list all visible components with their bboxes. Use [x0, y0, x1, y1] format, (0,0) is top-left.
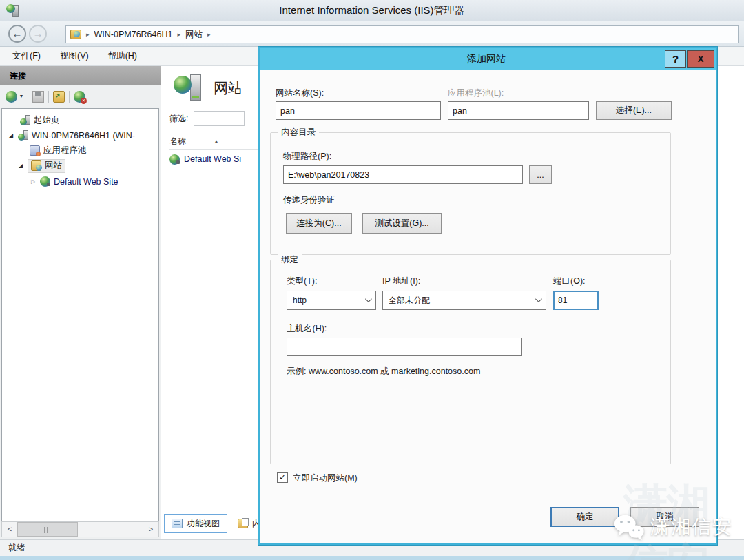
back-button[interactable]: ← [8, 25, 26, 43]
navigation-bar: ← → ▸ WIN-0PM76R646H1 ▸ 网站 ▸ [0, 21, 744, 47]
tree-item-default-web-site[interactable]: ▷ Default Web Site [30, 174, 118, 189]
test-settings-button[interactable]: 测试设置(G)... [362, 213, 442, 234]
connections-panel: 连接 起始页 ◢ WIN-0PM76R646H1 (WIN- 应用程序池 [0, 66, 161, 539]
menu-help[interactable]: 帮助(H) [108, 50, 137, 62]
scrollbar-track[interactable] [78, 522, 143, 537]
content-directory-group: 内容目录 物理路径(P): ... 传递身份验证 连接为(C)... 测试设置(… [270, 132, 671, 255]
web-site-icon [169, 154, 180, 165]
tree-item-sites[interactable]: ◢ 网站 [17, 158, 65, 173]
content-view-icon [238, 519, 248, 528]
expander-open-icon[interactable]: ◢ [17, 163, 24, 169]
text-caret [568, 295, 568, 306]
column-name-label: 名称 [169, 136, 186, 147]
site-name-input[interactable] [276, 101, 441, 120]
physical-path-input[interactable] [283, 165, 523, 184]
add-website-dialog: 添加网站 ? X 网站名称(S): 应用程序池(L): 选择(E)... 内容目… [258, 47, 717, 545]
type-label: 类型(T): [287, 276, 317, 287]
forward-arrow-icon: → [33, 28, 43, 39]
toolbar-separator [48, 91, 49, 103]
binding-group: 绑定 类型(T): IP 地址(I): 端口(O): http 全部未分配 81… [270, 260, 671, 464]
ok-button[interactable]: 确定 [550, 507, 619, 527]
group-title: 绑定 [278, 254, 302, 266]
port-input[interactable]: 81 [553, 291, 599, 310]
chevron-down-icon [365, 295, 372, 302]
connect-server-icon[interactable] [6, 91, 17, 103]
port-value: 81 [558, 295, 567, 305]
tree-item-label: WIN-0PM76R646H1 (WIN- [32, 131, 135, 141]
breadcrumb-sites[interactable]: 网站 [185, 29, 203, 41]
disconnect-icon[interactable] [74, 91, 85, 103]
app-pools-icon [30, 145, 40, 156]
start-page-icon [20, 115, 30, 125]
connect-as-button[interactable]: 连接为(C)... [286, 213, 352, 234]
tree-item-app-pools[interactable]: 应用程序池 [30, 143, 87, 158]
breadcrumb-server[interactable]: WIN-0PM76R646H1 [94, 30, 173, 39]
content-title-row: 网站 [174, 73, 242, 103]
sites-folder-icon [31, 160, 41, 171]
save-connections-icon[interactable] [32, 91, 44, 103]
type-dropdown[interactable]: http [287, 291, 376, 310]
breadcrumb-arrow-icon: ▸ [177, 31, 180, 38]
status-text: 就绪 [8, 543, 25, 552]
start-website-checkbox[interactable]: ✓ [277, 472, 288, 483]
passthrough-auth-label: 传递身份验证 [283, 194, 335, 206]
browse-button[interactable]: ... [529, 165, 552, 184]
window-titlebar: Internet Information Services (IIS)管理器 [0, 0, 744, 21]
app-pool-input[interactable] [448, 101, 589, 120]
sort-ascending-icon: ▲ [214, 138, 219, 145]
select-app-pool-button[interactable]: 选择(E)... [596, 101, 672, 120]
expander-open-icon[interactable]: ◢ [8, 132, 14, 138]
physical-path-label: 物理路径(P): [283, 151, 331, 163]
scroll-left-icon[interactable]: < [2, 522, 17, 537]
address-breadcrumb-bar[interactable]: ▸ WIN-0PM76R646H1 ▸ 网站 ▸ [65, 25, 739, 43]
forward-button[interactable]: → [29, 25, 47, 43]
tree-horizontal-scrollbar[interactable]: < > [1, 521, 159, 537]
cancel-button[interactable]: 取消 [630, 507, 699, 527]
tab-features-view[interactable]: 功能视图 [164, 514, 227, 533]
content-page-title: 网站 [214, 79, 242, 98]
type-value: http [293, 295, 307, 305]
window-title: Internet Information Services (IIS)管理器 [0, 4, 744, 17]
start-website-label: 立即启动网站(M) [293, 473, 358, 484]
tree-item-server[interactable]: ◢ WIN-0PM76R646H1 (WIN- [8, 128, 135, 143]
tree-item-label: 网站 [45, 160, 62, 172]
site-row-label: Default Web Si [184, 154, 241, 164]
filter-input[interactable] [194, 111, 245, 126]
web-site-icon [40, 176, 50, 187]
close-icon[interactable]: X [687, 50, 714, 68]
scrollbar-thumb[interactable] [17, 522, 78, 537]
menu-file[interactable]: 文件(F) [12, 50, 41, 62]
app-pool-label: 应用程序池(L): [448, 87, 504, 99]
breadcrumb-arrow-icon: ▸ [86, 31, 90, 38]
filter-label: 筛选: [169, 113, 188, 125]
server-icon [18, 130, 28, 141]
site-list-row[interactable]: Default Web Si [169, 152, 241, 167]
chevron-down-icon [535, 295, 542, 302]
connections-toolbar [0, 85, 161, 108]
help-button[interactable]: ? [665, 50, 686, 68]
scroll-right-icon[interactable]: > [143, 522, 158, 537]
ip-address-label: IP 地址(I): [382, 276, 420, 287]
filter-row: 筛选: [169, 109, 260, 128]
connections-header: 连接 [0, 66, 161, 85]
toolbar-separator [69, 91, 70, 103]
features-view-icon [172, 519, 183, 528]
check-icon: ✓ [279, 473, 286, 482]
group-title: 内容目录 [278, 127, 319, 138]
tree-item-label: 应用程序池 [43, 145, 87, 156]
list-column-header[interactable]: 名称 ▲ [169, 134, 260, 150]
tree-item-label: Default Web Site [54, 177, 118, 187]
ip-address-dropdown[interactable]: 全部未分配 [382, 291, 546, 310]
site-name-label: 网站名称(S): [276, 87, 324, 99]
menu-view[interactable]: 视图(V) [60, 50, 89, 62]
breadcrumb-site-icon [70, 30, 81, 39]
window-bottom-edge [0, 556, 744, 560]
host-name-input[interactable] [287, 338, 522, 356]
selected-tree-node: 网站 [28, 159, 65, 173]
expander-closed-icon[interactable]: ▷ [30, 178, 37, 185]
breadcrumb-arrow-icon: ▸ [207, 31, 211, 38]
tree-item-start-page[interactable]: 起始页 [20, 113, 60, 127]
up-level-icon[interactable] [53, 91, 65, 103]
connections-tree: 起始页 ◢ WIN-0PM76R646H1 (WIN- 应用程序池 ◢ 网站 ▷ [1, 108, 159, 521]
sites-page-icon [174, 74, 204, 102]
